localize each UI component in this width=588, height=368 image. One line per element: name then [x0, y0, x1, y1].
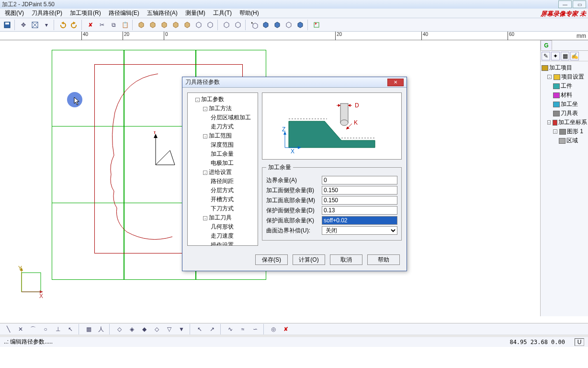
dialog-close-icon[interactable]: ✕ [387, 79, 404, 86]
input-boundary-a[interactable] [322, 176, 397, 184]
bt-cursor2-icon[interactable]: ↗ [207, 324, 217, 334]
select-curve-comp-u[interactable]: 关闭 [322, 226, 397, 235]
input-protect-side-d[interactable] [322, 206, 397, 215]
dropdown-icon[interactable]: ▾ [41, 20, 52, 30]
menu-help[interactable]: 帮助(H) [237, 8, 262, 18]
bt-diamond4-icon[interactable]: ◇ [151, 324, 162, 334]
wirebox3-icon[interactable] [221, 20, 232, 30]
dialog-tree-node[interactable]: 开槽方式 [190, 195, 256, 204]
menu-project[interactable]: 加工项目(R) [67, 8, 104, 18]
box2-icon[interactable] [147, 20, 158, 30]
menu-5axis[interactable]: 五轴路径(A) [144, 8, 181, 18]
project-tree[interactable]: 加工项目-项目设置工件材料加工坐刀具表-加工坐标系-图形 1区域 [541, 61, 588, 147]
bt-cone2-icon[interactable]: ▼ [176, 324, 187, 334]
tree-node[interactable]: 工件 [542, 81, 587, 91]
move-icon[interactable]: ✥ [18, 20, 29, 30]
dialog-tree-node[interactable]: 路径间距 [190, 177, 256, 186]
delete-icon[interactable]: ✘ [85, 20, 96, 30]
flag-icon[interactable] [311, 20, 322, 30]
dialog-tree-node[interactable]: 几何形状 [190, 222, 256, 231]
calculate-button[interactable]: 计算(O) [293, 254, 325, 265]
box3-icon[interactable] [159, 20, 170, 30]
bt-line-icon[interactable]: ╲ [3, 324, 13, 334]
tab-g[interactable]: G [541, 40, 552, 50]
dialog-titlebar[interactable]: 刀具路径参数 ✕ [182, 77, 407, 88]
dialog-tree-node[interactable]: -加工范围 [190, 131, 256, 140]
minimize-button[interactable]: — [558, 0, 572, 8]
dialog-tree-node[interactable]: 分层方式 [190, 186, 256, 195]
box1-icon[interactable] [136, 20, 147, 30]
tree-node[interactable]: 加工坐 [542, 100, 587, 109]
side-tool-4[interactable]: ✍ [570, 52, 579, 60]
input-bottom-m[interactable] [322, 196, 397, 205]
help-button[interactable]: 帮助 [367, 254, 400, 265]
dialog-tree-node[interactable]: 加工余量 [190, 150, 256, 159]
bt-person-icon[interactable]: 人 [96, 324, 106, 334]
tree-node[interactable]: 刀具表 [542, 109, 587, 118]
menu-toolpath[interactable]: 刀具路径(P) [29, 8, 65, 18]
tree-node[interactable]: -项目设置 [542, 72, 587, 81]
tree-node[interactable]: 加工项目 [542, 63, 587, 72]
bt-diamond2-icon[interactable]: ◈ [126, 324, 137, 334]
select-icon[interactable] [30, 20, 40, 30]
wirebox5-icon[interactable] [283, 20, 294, 30]
solidbox-icon[interactable] [260, 20, 271, 30]
wirebox1-icon[interactable] [193, 20, 204, 30]
dialog-tree-node[interactable]: 操作设置 [190, 241, 256, 246]
dialog-tree-node[interactable]: 下刀方式 [190, 204, 256, 213]
bt-cone-icon[interactable]: ▽ [164, 324, 174, 334]
wirebox2-icon[interactable] [205, 20, 215, 30]
save-icon[interactable] [2, 20, 12, 30]
bt-delete-icon[interactable]: ✘ [281, 324, 291, 334]
dialog-tree-node[interactable]: 深度范围 [190, 140, 256, 150]
solidbox3-icon[interactable] [295, 20, 305, 30]
tree-node[interactable]: -图形 1 [542, 127, 587, 136]
dialog-tree-node[interactable]: 电极加工 [190, 159, 256, 168]
side-tool-2[interactable]: ✦ [551, 52, 560, 60]
side-tool-3[interactable]: ▦ [561, 52, 569, 60]
side-tool-1[interactable]: ✎ [542, 52, 550, 60]
menu-pathedit[interactable]: 路径编辑(E) [106, 8, 142, 18]
wirebox4-icon[interactable] [233, 20, 243, 30]
tree-node[interactable]: 材料 [542, 91, 587, 100]
redo-icon[interactable] [69, 20, 79, 30]
bt-path2-icon[interactable]: ≈ [237, 324, 248, 334]
cancel-button[interactable]: 取消 [330, 254, 362, 265]
bt-path1-icon[interactable]: ∿ [225, 324, 236, 334]
paste-icon[interactable]: 📋 [120, 20, 130, 30]
status-mode[interactable]: U [575, 338, 584, 346]
menu-measure[interactable]: 测量(M) [182, 8, 208, 18]
bt-x-icon[interactable]: ✕ [15, 324, 26, 334]
bt-path3-icon[interactable]: ∽ [250, 324, 260, 334]
dialog-tree-node[interactable]: -进给设置 [190, 168, 256, 177]
dialog-tree-node[interactable]: -加工方法 [190, 104, 256, 113]
bt-arc-icon[interactable]: ⌒ [28, 324, 38, 334]
dialog-tree-node[interactable]: -加工刀具 [190, 213, 256, 222]
bt-grid-icon[interactable]: ▦ [83, 324, 94, 334]
arrow-box-icon[interactable] [249, 20, 260, 30]
bt-perp-icon[interactable]: ⊥ [53, 324, 63, 334]
menu-tools[interactable]: 工具(T) [210, 8, 235, 18]
cut-icon[interactable]: ✂ [97, 20, 107, 30]
solidbox2-icon[interactable] [272, 20, 283, 30]
dialog-tree-node[interactable]: 走刀方式 [190, 122, 256, 131]
save-button[interactable]: 保存(S) [255, 254, 288, 265]
bt-diamond1-icon[interactable]: ◇ [114, 324, 124, 334]
tree-node[interactable]: -加工坐标系 [542, 118, 587, 127]
menu-view[interactable]: 视图(V) [2, 8, 27, 18]
box5-icon[interactable] [182, 20, 192, 30]
dialog-tree-node[interactable]: 分层区域粗加工 [190, 113, 256, 122]
maximize-button[interactable]: ▭ [573, 0, 586, 8]
undo-icon[interactable] [57, 20, 68, 30]
dialog-tree-node[interactable]: 走刀速度 [190, 231, 256, 241]
dialog-tree[interactable]: -加工参数-加工方法分层区域粗加工走刀方式-加工范围深度范围加工余量电极加工-进… [187, 92, 258, 246]
bt-circle-icon[interactable]: ○ [40, 324, 51, 334]
bt-tang-icon[interactable]: ↖ [65, 324, 76, 334]
tree-node[interactable]: 区域 [542, 136, 587, 145]
input-sidewall-b[interactable] [322, 186, 397, 195]
bt-diamond3-icon[interactable]: ◆ [139, 324, 149, 334]
copy-icon[interactable]: ⧉ [108, 20, 119, 30]
bt-target-icon[interactable]: ◎ [268, 324, 279, 334]
input-protect-bottom-k[interactable] [322, 216, 397, 225]
bt-cursor1-icon[interactable]: ↖ [194, 324, 205, 334]
